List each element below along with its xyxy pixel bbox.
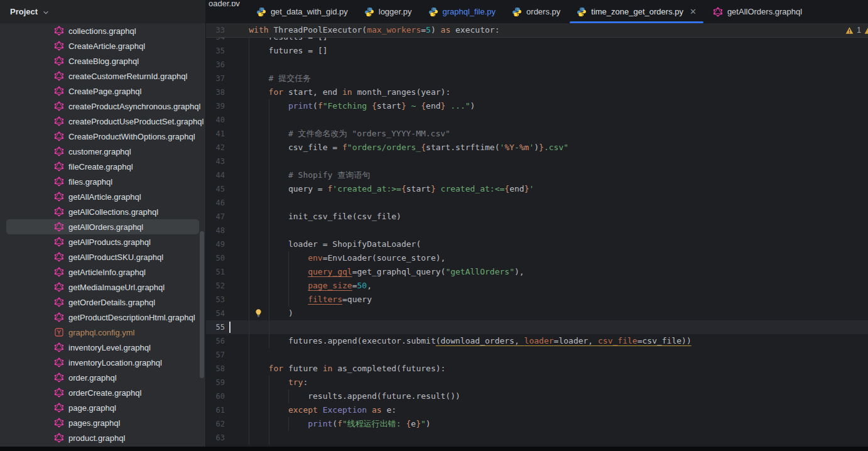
sticky-line[interactable]: 33with ThreadPoolExecutor(max_workers=5)… [206,23,868,38]
tree-item-customer-graphql[interactable]: customer.graphql [0,144,205,159]
tree-item-createpage-graphql[interactable]: CreatePage.graphql [0,84,205,99]
code-line[interactable]: 37# 提交任务 [206,72,868,85]
code-line[interactable]: 44# Shopify 查询语句 [206,168,868,182]
code-line[interactable]: 52page_size=50, [206,279,868,293]
line-number[interactable]: 57 [206,348,225,362]
clipped-code-line[interactable]: 34results = [] [206,38,868,44]
tree-item-product-graphql[interactable]: product.graphql [0,430,205,445]
editor-tab-get-data-with-gid-py[interactable]: get_data_with_gid.py [248,0,356,23]
line-number[interactable]: 63 [206,431,225,445]
line-number[interactable]: 56 [206,334,225,348]
code-line[interactable]: 39print(f"Fetching {start} ~ {end} ...") [206,99,868,113]
code-line[interactable]: 63 [206,431,868,445]
tree-item-createproductwithoptions-graphql[interactable]: CreateProductWithOptions.graphql [0,129,205,144]
code-line[interactable]: 58for future in as_completed(futures): [206,362,868,376]
line-number[interactable]: 35 [206,44,225,58]
tree-item-page-graphql[interactable]: page.graphql [0,400,205,415]
editor-tab-getallorders-graphql[interactable]: getAllOrders.graphql [705,0,810,23]
project-panel-header[interactable]: Project [0,0,205,23]
line-number[interactable]: 37 [206,72,225,85]
line-number[interactable]: 50 [206,251,225,265]
tree-item-createcustomerreturnid-graphql[interactable]: createCustomerReturnId.graphql [0,68,205,84]
line-number[interactable]: 43 [206,155,225,168]
tree-item-collections-graphql[interactable]: collections.graphql [0,23,205,38]
line-number[interactable]: 49 [206,237,225,251]
line-number[interactable]: 61 [206,403,225,417]
editor-tab-logger-py[interactable]: logger.py [356,0,420,23]
line-number[interactable]: 51 [206,265,225,279]
tree-item-partial[interactable] [0,445,205,447]
tree-item-files-graphql[interactable]: files.graphql [0,174,205,189]
tree-item-getproductdescriptionhtml-graphql[interactable]: getProductDescriptionHtml.graphql [0,310,205,325]
line-number[interactable]: 41 [206,127,225,141]
code-line[interactable]: 35futures = [] [206,44,868,58]
line-number[interactable]: 34 [206,38,225,44]
tree-item-getallorders-graphql[interactable]: getAllOrders.graphql [6,219,199,234]
tree-item-createproductuseproductset-graphql[interactable]: createProductUseProductSet.graphql [0,114,205,129]
tree-item-inventorylevel-graphql[interactable]: inventoryLevel.graphql [0,340,205,355]
editor-tab-orders-py[interactable]: orders.py [504,0,568,23]
tree-item-inventorylocation-graphql[interactable]: inventoryLocation.graphql [0,355,205,370]
line-number[interactable]: 45 [206,182,225,196]
code-line[interactable]: 54) [206,307,868,320]
tree-item-createblog-graphql[interactable]: CreateBlog.graphql [0,53,205,68]
line-number[interactable]: 44 [206,168,225,182]
line-number[interactable]: 55 [206,320,225,334]
tree-item-graphql-config-yml[interactable]: graphql.config.yml [0,325,205,340]
line-number[interactable]: 53 [206,293,225,307]
tree-item-getarticleinfo-graphql[interactable]: getArticleInfo.graphql [0,264,205,280]
code-line[interactable]: 41# 文件命名改为 "orders_YYYY-MM.csv" [206,127,868,141]
code-line[interactable]: 51query_gql=get_graphql_query("getAllOrd… [206,265,868,279]
line-number[interactable]: 52 [206,279,225,293]
line-number[interactable]: 46 [206,196,225,210]
line-number[interactable]: 58 [206,362,225,376]
sticky-code-line[interactable]: 33with ThreadPoolExecutor(max_workers=5)… [206,23,868,37]
code-line[interactable]: 57 [206,348,868,362]
code-line[interactable]: 50env=EnvLoader(source_store), [206,251,868,265]
line-number[interactable]: 54 [206,307,225,320]
line-number[interactable]: 33 [206,23,225,37]
code-line[interactable]: 38for start, end in month_ranges(year): [206,85,868,99]
line-number[interactable]: 60 [206,389,225,403]
editor-tab-graphql-file-py[interactable]: graphql_file.py [420,0,504,23]
line-number[interactable]: 36 [206,58,225,72]
code-line[interactable]: 46 [206,196,868,210]
code-line[interactable]: 43 [206,155,868,168]
project-tree-scrollbar[interactable] [200,231,204,378]
code-line[interactable]: 55 [206,320,868,334]
code-line[interactable]: 42csv_file = f"orders/orders_{start.strf… [206,141,868,155]
tree-item-order-graphql[interactable]: order.graphql [0,370,205,385]
line-number[interactable]: 47 [206,210,225,224]
tree-item-createarticle-graphql[interactable]: CreateArticle.graphql [0,38,205,53]
code-line[interactable]: 61except Exception as e: [206,403,868,417]
code-line[interactable]: 49loader = ShopifyDataLoader( [206,237,868,251]
code-line[interactable]: 36 [206,58,868,72]
code-line[interactable]: 45query = f'created_at:>={start} created… [206,182,868,196]
editor-tab-oader-py[interactable]: oader.py [206,0,248,6]
tree-item-createproductasynchronous-graphql[interactable]: createProductAsynchronous.graphql [0,99,205,114]
code-line[interactable]: 60results.append(future.result()) [206,389,868,403]
tree-item-getallcollections-graphql[interactable]: getAllCollections.graphql [0,204,205,219]
code-line[interactable]: 47init_csv_file(csv_file) [206,210,868,224]
line-number[interactable]: 62 [206,417,225,431]
close-tab-icon[interactable]: ✕ [690,8,697,16]
tree-item-filecreate-graphql[interactable]: fileCreate.graphql [0,159,205,174]
tree-item-pages-graphql[interactable]: pages.graphql [0,415,205,430]
tree-item-getallproducts-graphql[interactable]: getAllProducts.graphql [0,234,205,249]
tree-item-getallarticle-graphql[interactable]: getAllArticle.graphql [0,189,205,204]
inspections-widget[interactable]: 1 [845,26,868,35]
tree-item-getallproductsku-graphql[interactable]: getAllProductSKU.graphql [0,249,205,264]
tree-item-getmediaimageurl-graphql[interactable]: getMediaImageUrl.graphql [0,280,205,295]
tree-item-ordercreate-graphql[interactable]: orderCreate.graphql [0,385,205,400]
line-number[interactable]: 40 [206,113,225,127]
code-editor[interactable]: 33with ThreadPoolExecutor(max_workers=5)… [206,23,868,447]
code-line[interactable]: 53filters=query [206,293,868,307]
code-line[interactable]: 59try: [206,376,868,389]
code-line[interactable]: 40 [206,113,868,127]
code-line[interactable]: 62print(f"线程运行出错: {e}") [206,417,868,431]
code-line[interactable]: 56futures.append(executor.submit(downloa… [206,334,868,348]
line-number[interactable]: 42 [206,141,225,155]
intention-bulb-icon[interactable] [254,308,264,318]
line-number[interactable]: 38 [206,85,225,99]
editor-tab-time-zone-get-orders-py[interactable]: time_zone_get_orders.py✕ [568,0,705,23]
